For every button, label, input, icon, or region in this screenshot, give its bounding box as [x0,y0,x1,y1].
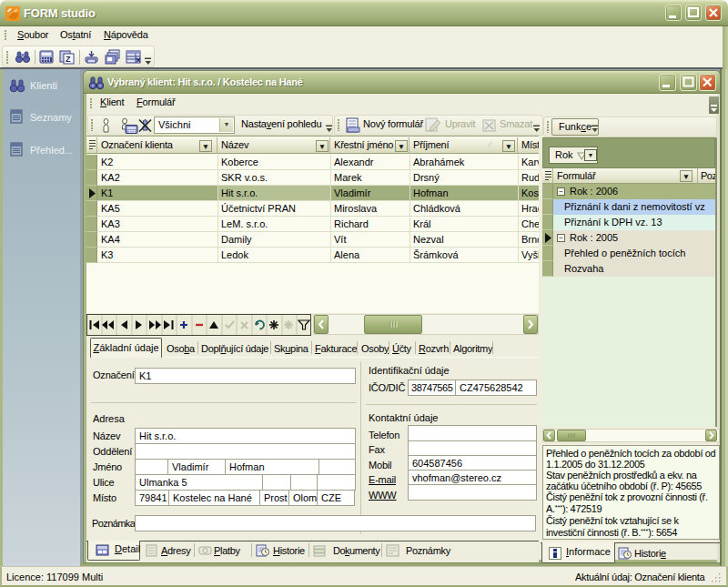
svg-text:Z: Z [66,55,71,64]
